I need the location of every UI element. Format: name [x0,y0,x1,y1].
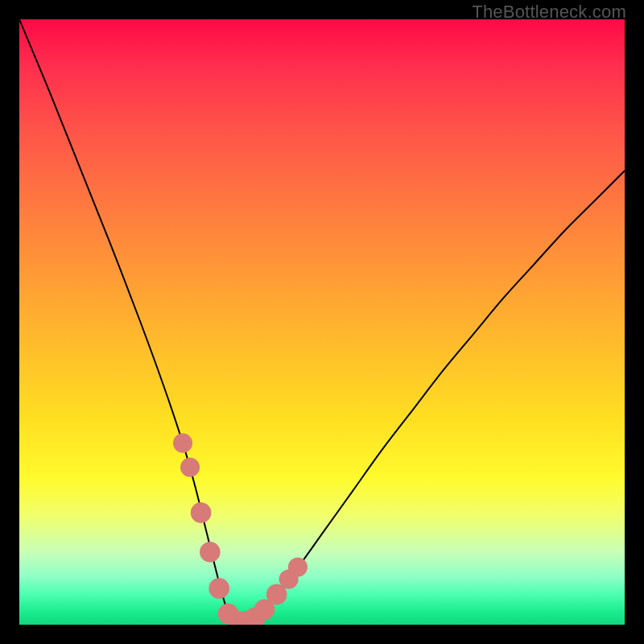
bottleneck-curve [19,19,625,622]
curve-marker [191,502,212,523]
curve-marker [200,542,221,563]
plot-area [19,19,625,625]
curve-marker [180,457,200,477]
curve-svg [19,19,625,625]
curve-markers [173,433,308,625]
curve-marker [173,433,192,452]
curve-marker [288,558,308,577]
chart-frame: TheBottleneck.com [0,0,644,644]
curve-marker [208,578,229,599]
